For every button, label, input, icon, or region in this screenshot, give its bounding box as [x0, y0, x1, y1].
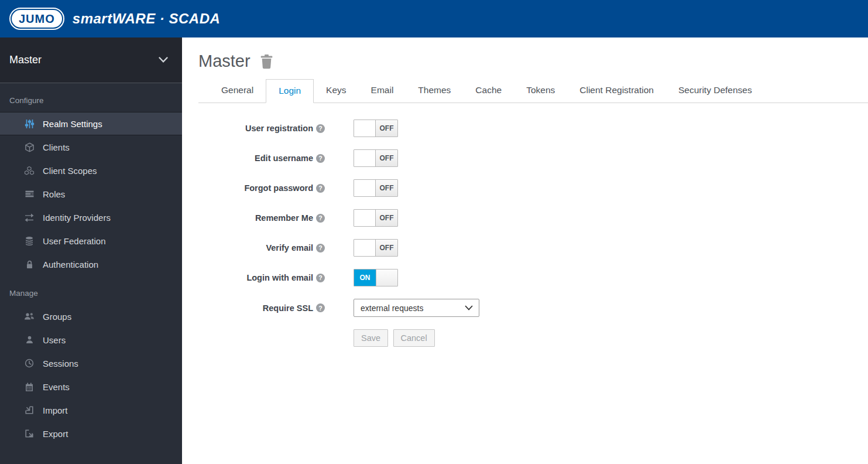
form-row-user-registration: User registration ? OFF	[198, 120, 868, 137]
user-icon	[23, 335, 35, 345]
form-row-edit-username: Edit username ? OFF	[198, 149, 868, 167]
toggle-handle	[354, 120, 376, 137]
tab-login[interactable]: Login	[266, 79, 314, 103]
lock-icon	[23, 259, 35, 269]
sidebar-item-label: Import	[43, 405, 68, 415]
forgot-password-toggle[interactable]: OFF	[354, 179, 398, 197]
list-bars-icon	[23, 189, 35, 199]
tab-tokens[interactable]: Tokens	[514, 79, 567, 103]
toggle-handle	[354, 240, 376, 256]
tab-security-defenses[interactable]: Security Defenses	[666, 79, 764, 103]
field-label: User registration ?	[198, 124, 325, 133]
remember-me-toggle[interactable]: OFF	[354, 209, 398, 227]
section-label-configure: Configure	[0, 83, 182, 112]
tab-email[interactable]: Email	[359, 79, 406, 103]
chevron-down-icon	[159, 57, 168, 63]
field-label: Require SSL ?	[198, 303, 325, 313]
tab-cache[interactable]: Cache	[463, 79, 514, 103]
sidebar-item-label: Authentication	[43, 260, 98, 269]
form-row-verify-email: Verify email ? OFF	[198, 239, 868, 257]
sidebar-item-user-federation[interactable]: User Federation	[0, 229, 182, 253]
form-row-remember-me: Remember Me ? OFF	[198, 209, 868, 227]
import-icon	[23, 405, 35, 415]
form-row-forgot-password: Forgot password ? OFF	[198, 179, 868, 197]
page-title: Master	[198, 52, 251, 71]
login-settings-form: User registration ? OFF Edit username ? …	[198, 120, 868, 347]
realm-selector-label: Master	[9, 54, 42, 66]
field-label: Verify email ?	[198, 243, 325, 253]
sidebar-item-label: Clients	[43, 142, 70, 152]
sidebar-item-clients[interactable]: Clients	[0, 135, 182, 159]
exchange-icon	[23, 212, 35, 223]
sidebar-item-roles[interactable]: Roles	[0, 182, 182, 206]
sidebar-item-label: Users	[43, 335, 66, 345]
export-icon	[23, 428, 35, 439]
toggle-handle	[376, 269, 397, 286]
sidebar-item-sessions[interactable]: Sessions	[0, 352, 182, 375]
sliders-icon	[23, 118, 35, 129]
brand-title: smartWARE · SCADA	[73, 11, 221, 27]
toggle-handle	[354, 210, 376, 226]
edit-username-toggle[interactable]: OFF	[354, 149, 398, 167]
login-with-email-toggle[interactable]: ON	[354, 269, 398, 286]
toggle-handle	[354, 180, 376, 196]
cancel-button[interactable]: Cancel	[393, 329, 435, 347]
help-icon[interactable]: ?	[316, 244, 325, 253]
calendar-icon	[23, 381, 35, 392]
realm-selector[interactable]: Master	[0, 37, 182, 83]
sidebar-item-groups[interactable]: Groups	[0, 305, 182, 328]
help-icon[interactable]: ?	[316, 303, 325, 312]
clock-icon	[23, 358, 35, 369]
sidebar: Master Configure Realm Settings	[0, 37, 182, 464]
require-ssl-value: external requests	[361, 303, 423, 313]
sidebar-item-label: Sessions	[43, 359, 78, 369]
sidebar-item-events[interactable]: Events	[0, 375, 182, 398]
form-actions: Save Cancel	[198, 329, 868, 347]
main-content: Master General Login Keys Email Themes C…	[182, 37, 868, 464]
section-label-manage: Manage	[0, 276, 182, 305]
sidebar-item-label: Export	[43, 429, 68, 439]
sidebar-item-label: User Federation	[43, 236, 106, 246]
sidebar-item-label: Events	[43, 382, 70, 392]
help-icon[interactable]: ?	[316, 154, 325, 163]
sidebar-item-users[interactable]: Users	[0, 328, 182, 352]
help-icon[interactable]: ?	[316, 184, 325, 193]
user-registration-toggle[interactable]: OFF	[354, 120, 398, 137]
field-label: Edit username ?	[198, 153, 325, 163]
save-button[interactable]: Save	[354, 329, 388, 347]
jumo-logo: JUMO	[9, 8, 64, 30]
sidebar-item-label: Realm Settings	[43, 119, 102, 129]
field-label: Remember Me ?	[198, 213, 325, 223]
form-row-require-ssl: Require SSL ? external requests	[198, 299, 868, 317]
sidebar-item-label: Identity Providers	[43, 213, 111, 223]
cube-icon	[23, 142, 35, 152]
field-label: Login with email ?	[198, 273, 325, 282]
form-row-login-with-email: Login with email ? ON	[198, 269, 868, 286]
app-header: JUMO smartWARE · SCADA	[0, 0, 868, 37]
tab-keys[interactable]: Keys	[314, 79, 358, 103]
verify-email-toggle[interactable]: OFF	[354, 239, 398, 257]
tab-general[interactable]: General	[209, 79, 266, 103]
help-icon[interactable]: ?	[316, 274, 325, 282]
cubes-icon	[23, 165, 35, 176]
sidebar-item-realm-settings[interactable]: Realm Settings	[0, 112, 182, 135]
field-label: Forgot password ?	[198, 183, 325, 193]
sidebar-item-authentication[interactable]: Authentication	[0, 253, 182, 276]
require-ssl-select[interactable]: external requests	[354, 299, 479, 317]
tab-themes[interactable]: Themes	[406, 79, 463, 103]
sidebar-item-export[interactable]: Export	[0, 422, 182, 445]
sidebar-item-label: Client Scopes	[43, 166, 97, 176]
sidebar-item-client-scopes[interactable]: Client Scopes	[0, 159, 182, 182]
sidebar-item-import[interactable]: Import	[0, 398, 182, 422]
jumo-logo-text: JUMO	[12, 10, 62, 28]
chevron-down-icon	[465, 305, 473, 311]
help-icon[interactable]: ?	[316, 124, 325, 133]
tab-client-registration[interactable]: Client Registration	[567, 79, 666, 103]
delete-realm-button[interactable]	[260, 54, 273, 69]
toggle-handle	[354, 150, 376, 166]
help-icon[interactable]: ?	[316, 214, 325, 223]
realm-settings-tabs: General Login Keys Email Themes Cache To…	[198, 79, 868, 103]
sidebar-item-identity-providers[interactable]: Identity Providers	[0, 206, 182, 229]
sidebar-item-label: Groups	[43, 312, 71, 322]
sidebar-item-label: Roles	[43, 189, 65, 199]
